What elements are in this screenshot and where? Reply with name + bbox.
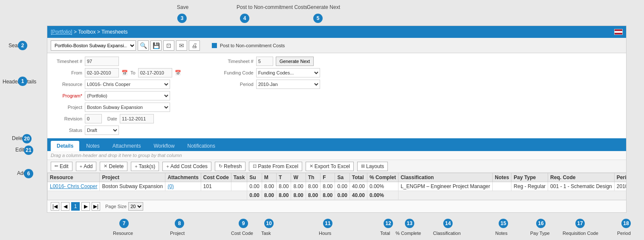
col-task: Task [231, 173, 247, 182]
cell-resource: L0016- Chris Cooper [48, 182, 100, 191]
to-input[interactable] [138, 68, 172, 77]
task-button[interactable]: + Task(s) [131, 162, 159, 171]
circle-13: 13 [405, 219, 414, 228]
col-sa: Sa [335, 173, 349, 182]
header-bar: [Portfolio] > Toolbox > Timesheets [47, 26, 626, 38]
bottom-classification-label: Classification [433, 231, 461, 236]
cell-t: 8.00 [277, 182, 291, 191]
save-icon-btn[interactable]: 💾 [150, 40, 162, 51]
period-select[interactable]: 2010-Jan [256, 80, 320, 89]
page-size-select[interactable]: 20 [128, 202, 143, 211]
tab-workflow[interactable]: Workflow [147, 141, 180, 151]
page-1-button[interactable]: 1 [71, 202, 80, 211]
circle-15: 15 [499, 219, 508, 228]
total-t: 8.00 [277, 191, 291, 200]
total-su: 0.00 [247, 191, 262, 200]
cell-cost-code: 101 [201, 182, 231, 191]
add-button[interactable]: + Add [76, 162, 97, 171]
attachments-link[interactable]: (0) [167, 183, 174, 189]
page-size-label: Page Size [105, 204, 127, 209]
flag-icon [614, 29, 623, 35]
total-f: 8.00 [321, 191, 335, 200]
to-calendar-icon[interactable]: 📅 [175, 70, 181, 76]
post-top-label: Post to Non-commitment Costs [237, 4, 307, 10]
edit-button[interactable]: ✏ Edit [51, 162, 72, 171]
page-next-button[interactable]: ▶ [81, 202, 90, 211]
timesheet2-input[interactable] [256, 57, 273, 66]
cell-m: 8.00 [262, 182, 276, 191]
refresh-icon: ↻ [219, 163, 222, 169]
project-form-select[interactable]: Boston Subway Expansion [85, 103, 170, 112]
project-select[interactable]: Portfolio-Boston Subway Expansi... [51, 40, 136, 51]
paste-from-excel-button[interactable]: ⊡ Paste From Excel [249, 162, 302, 171]
total-spacer [48, 191, 247, 200]
revision-input[interactable] [85, 114, 102, 123]
resource-select[interactable]: L0016- Chris Cooper [85, 80, 170, 89]
resource-row: Resource L0016- Chris Cooper [52, 80, 181, 89]
resource-link[interactable]: L0016- Chris Cooper [50, 183, 97, 189]
circle-14: 14 [443, 219, 453, 228]
cell-pay-type: Reg - Regular [511, 182, 548, 191]
bottom-req-code-label: Requisition Code [563, 231, 598, 236]
bottom-period-label: Period [617, 231, 631, 236]
tab-notifications[interactable]: Notifications [182, 141, 221, 151]
total-pct: 0.00% [367, 191, 398, 200]
timesheet-input[interactable] [85, 57, 119, 66]
tab-notes[interactable]: Notes [80, 141, 105, 151]
refresh-button[interactable]: ↻ Refresh [215, 162, 245, 171]
from-input[interactable] [85, 68, 119, 77]
funding-row: Funding Code Funding Codes... [224, 68, 320, 77]
generate-next-top-label: Generate Next [307, 4, 340, 10]
portfolio-link[interactable]: [Portfolio] [51, 29, 72, 35]
col-f: F [321, 173, 335, 182]
bottom-annotations: 7 Resource 8 Project 9 Cost Code 10 Task… [47, 214, 627, 240]
circle-3: 3 [177, 14, 187, 23]
program-label: Program* [52, 93, 82, 98]
post-checkbox[interactable] [212, 43, 217, 48]
delete-button[interactable]: ✕ Delete [100, 162, 127, 171]
cancel-icon-btn[interactable]: ✉ [176, 40, 187, 51]
page-first-button[interactable]: |◀ [51, 202, 59, 211]
cell-f: 8.00 [321, 182, 335, 191]
program-select[interactable]: (Portfolio) [85, 91, 170, 100]
form-section: Timesheet # From 📅 To 📅 Resource L0016- … [47, 53, 626, 138]
cell-sa: 0.00 [335, 182, 349, 191]
total-row: 0.00 8.00 8.00 8.00 8.00 8.00 0.00 40.00… [48, 191, 627, 200]
tab-attachments[interactable]: Attachments [107, 141, 147, 151]
search-icon-btn[interactable]: 🔍 [138, 40, 149, 51]
bottom-resource-label: Resource [113, 231, 133, 236]
cell-classification: L_ENGPM – Engineer Project Manager [398, 182, 492, 191]
col-total: Total [349, 173, 367, 182]
circle-2: 2 [18, 41, 27, 50]
from-calendar-icon[interactable]: 📅 [121, 70, 128, 76]
col-req-code: Req. Code [548, 173, 615, 182]
generate-next-button[interactable]: Generate Next [276, 57, 314, 66]
period-label: Period [224, 82, 254, 87]
cell-task [231, 182, 247, 191]
funding-code-select[interactable]: Funding Codes... [256, 68, 320, 77]
col-m: M [262, 173, 276, 182]
total-th: 8.00 [306, 191, 320, 200]
page-last-button[interactable]: ▶| [92, 202, 100, 211]
page-prev-button[interactable]: ◀ [61, 202, 69, 211]
status-select[interactable]: Draft [85, 126, 119, 135]
bottom-hours-label: Hours [319, 231, 331, 236]
circle-10: 10 [264, 219, 274, 228]
layouts-button[interactable]: ⊞ Layouts [357, 162, 388, 171]
edit-label: Edit [15, 147, 24, 153]
tab-details[interactable]: Details [51, 141, 79, 151]
print-icon-btn[interactable]: 🖨 [189, 40, 200, 51]
cell-pct: 0.00% [367, 182, 398, 191]
resource-label: Resource [52, 82, 82, 87]
edit-icon: ✏ [55, 163, 58, 169]
circle-7: 7 [119, 219, 129, 228]
grid-container: Resource Project Attachments Cost Code T… [47, 173, 626, 200]
bottom-pct-label: % Complete [396, 231, 421, 236]
program-row: Program* (Portfolio) [52, 91, 181, 100]
date-input[interactable] [120, 114, 154, 123]
project-row: Project Boston Subway Expansion [52, 103, 181, 112]
add-cost-codes-button[interactable]: + Add Cost Codes [162, 162, 211, 171]
bottom-pay-type-label: Pay Type [530, 231, 550, 236]
export-to-excel-button[interactable]: ✕ Export To Excel [306, 162, 354, 171]
save2-icon-btn[interactable]: ⊡ [163, 40, 174, 51]
